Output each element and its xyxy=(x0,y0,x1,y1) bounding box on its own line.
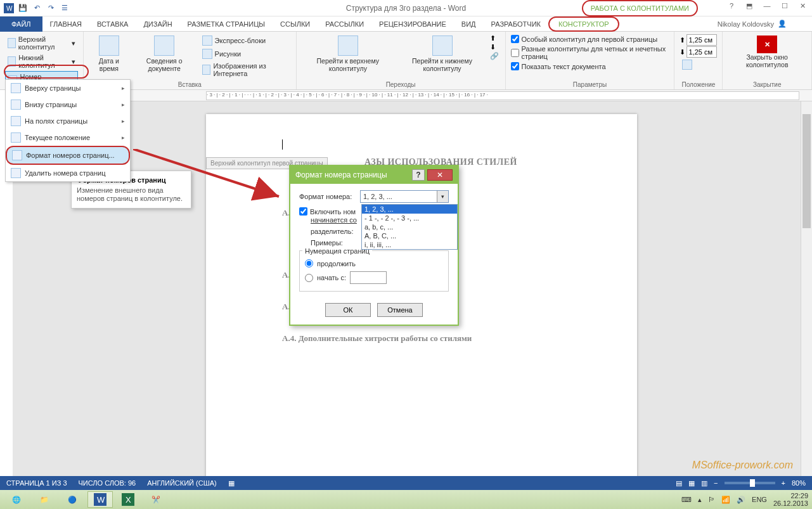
zoom-in-icon[interactable]: + xyxy=(782,479,785,487)
dd-bottom-of-page[interactable]: Внизу страницы▸ xyxy=(6,96,130,113)
context-tab-header-footer[interactable]: РАБОТА С КОЛОНТИТУЛАМИ xyxy=(582,0,698,16)
view-web-icon[interactable]: ▥ xyxy=(701,479,707,487)
dd-remove-page-numbers[interactable]: Удалить номера страниц xyxy=(6,165,130,181)
close-icon[interactable]: ✕ xyxy=(797,2,808,10)
group-position-label: Положение xyxy=(680,80,717,88)
tab-view[interactable]: ВИД xyxy=(454,16,484,32)
tray-volume-icon[interactable]: 🔊 xyxy=(737,496,745,504)
scrollbar-thumb[interactable] xyxy=(802,114,811,228)
status-lang[interactable]: АНГЛИЙСКИЙ (США) xyxy=(147,479,217,487)
taskbar-ie[interactable]: 🌐 xyxy=(4,491,29,508)
tray-flag-icon[interactable]: 🏳 xyxy=(708,496,715,503)
ok-button[interactable]: ОК xyxy=(325,303,371,317)
tab-insert[interactable]: ВСТАВКА xyxy=(89,16,136,32)
dialog-title: Формат номера страницы xyxy=(295,171,387,179)
zoom-slider[interactable] xyxy=(725,482,775,484)
goto-header-button[interactable]: Перейти к верхнему колонтитулу xyxy=(302,34,394,74)
tray-date[interactable]: 26.12.2013 xyxy=(773,499,808,507)
minimize-icon[interactable]: — xyxy=(761,2,773,10)
header-button[interactable]: Верхний колонтитул ▾ xyxy=(5,34,78,52)
status-page[interactable]: СТРАНИЦА 1 ИЗ 3 xyxy=(6,479,67,487)
next-section-icon[interactable]: ⬇ xyxy=(490,43,499,51)
start-at-radio[interactable]: начать с: xyxy=(305,269,443,286)
bottom-page-icon xyxy=(11,100,21,110)
header-from-top-spinner[interactable]: ⬆ xyxy=(680,34,717,46)
format-option-4[interactable]: i, ii, iii, ... xyxy=(362,240,457,249)
touch-icon[interactable]: ☰ xyxy=(60,3,70,13)
tab-layout[interactable]: РАЗМЕТКА СТРАНИЦЫ xyxy=(180,16,273,32)
format-option-1[interactable]: - 1 -, - 2 -, - 3 -, ... xyxy=(362,214,457,222)
dd-format-page-numbers[interactable]: Формат номеров страниц... xyxy=(6,146,130,165)
footer-button[interactable]: Нижний колонтитул ▾ xyxy=(5,53,78,70)
dd-page-margins[interactable]: На полях страницы▸ xyxy=(6,113,130,129)
view-read-icon[interactable]: ▤ xyxy=(676,479,682,487)
prev-section-icon[interactable]: ⬆ xyxy=(490,34,499,42)
cancel-button[interactable]: Отмена xyxy=(377,303,423,317)
status-words[interactable]: ЧИСЛО СЛОВ: 96 xyxy=(79,479,136,487)
taskbar-snip[interactable]: ✂️ xyxy=(143,491,169,508)
maximize-icon[interactable]: ☐ xyxy=(779,2,790,10)
dd-current-position[interactable]: Текущее положение▸ xyxy=(6,129,130,146)
tab-designer[interactable]: КОНСТРУКТОР xyxy=(548,16,619,32)
tab-design[interactable]: ДИЗАЙН xyxy=(136,16,179,32)
taskbar-chrome[interactable]: 🔵 xyxy=(60,491,85,508)
tray-keyboard-icon[interactable]: ⌨ xyxy=(681,496,692,504)
format-icon xyxy=(12,150,22,160)
ribbon-toggle-icon[interactable]: ⬒ xyxy=(744,2,755,10)
format-option-0[interactable]: 1, 2, 3, ... xyxy=(362,205,457,214)
show-doctext-checkbox[interactable]: Показать текст документа xyxy=(511,61,669,71)
tray-network-icon[interactable]: 📶 xyxy=(721,496,730,504)
help-icon[interactable]: ? xyxy=(726,2,737,10)
redo-icon[interactable]: ↷ xyxy=(46,3,56,13)
dd-top-of-page[interactable]: Вверху страницы▸ xyxy=(6,80,130,96)
quickparts-icon xyxy=(202,35,212,46)
close-x-icon: ✕ xyxy=(757,35,777,53)
dialog-help-button[interactable]: ? xyxy=(412,169,425,181)
save-icon[interactable]: 💾 xyxy=(18,3,28,13)
taskbar-explorer[interactable]: 📁 xyxy=(32,491,57,508)
footer-icon xyxy=(8,56,16,67)
status-macro-icon[interactable]: ▦ xyxy=(228,479,235,487)
start-at-input[interactable] xyxy=(350,271,387,284)
tab-references[interactable]: ССЫЛКИ xyxy=(273,16,318,32)
tab-review[interactable]: РЕЦЕНЗИРОВАНИЕ xyxy=(371,16,454,32)
continue-radio[interactable]: продолжить xyxy=(305,257,443,269)
footer-from-bottom-spinner[interactable]: ⬇ xyxy=(680,46,717,58)
tray-time[interactable]: 22:29 xyxy=(773,492,808,499)
dialog-close-button[interactable]: ✕ xyxy=(427,169,453,181)
view-print-icon[interactable]: ▦ xyxy=(688,479,695,487)
link-prev-icon[interactable]: 🔗 xyxy=(490,52,499,60)
number-format-combo[interactable]: 1, 2, 3, ... ▾ xyxy=(360,190,449,203)
docinfo-button[interactable]: Сведения о документе xyxy=(132,34,197,79)
quickparts-button[interactable]: Экспресс-блоки xyxy=(200,34,291,47)
align-tab-button[interactable] xyxy=(680,58,717,71)
tab-file[interactable]: ФАЙЛ xyxy=(0,16,42,32)
zoom-out-icon[interactable]: − xyxy=(714,479,718,487)
page-number-dropdown: Вверху страницы▸ Внизу страницы▸ На поля… xyxy=(5,79,131,182)
close-hf-button[interactable]: ✕ Закрыть окно колонтитулов xyxy=(728,34,806,70)
format-option-2[interactable]: a, b, c, ... xyxy=(362,222,457,231)
tray-lang[interactable]: ENG xyxy=(752,496,767,503)
datetime-button[interactable]: Дата и время xyxy=(89,34,129,79)
goto-footer-button[interactable]: Перейти к нижнему колонтитулу xyxy=(397,34,487,74)
vertical-scrollbar[interactable] xyxy=(801,101,812,477)
undo-icon[interactable]: ↶ xyxy=(32,3,42,13)
tray-up-icon[interactable]: ▴ xyxy=(698,496,702,504)
different-oddeven-checkbox[interactable]: Разные колонтитулы для четных и нечетных… xyxy=(511,44,669,61)
format-option-3[interactable]: A, B, C, ... xyxy=(362,231,457,240)
top-page-icon xyxy=(11,83,21,93)
zoom-level[interactable]: 80% xyxy=(792,479,806,487)
online-pictures-button[interactable]: Изображения из Интернета xyxy=(200,61,291,79)
watermark-text: MSoffice-prowork.com xyxy=(692,460,793,471)
horizontal-ruler[interactable]: · 3 · | · 2 · | · 1 · | · · · | · 1 · | … xyxy=(13,90,812,101)
taskbar-excel[interactable]: X xyxy=(115,491,141,508)
tab-home[interactable]: ГЛАВНАЯ xyxy=(42,16,89,32)
tab-mailings[interactable]: РАССЫЛКИ xyxy=(318,16,371,32)
group-close-label: Закрытие xyxy=(728,80,806,88)
pictures-button[interactable]: Рисунки xyxy=(200,48,291,60)
svg-text:X: X xyxy=(126,495,131,505)
different-first-checkbox[interactable]: Особый колонтитул для первой страницы xyxy=(511,34,669,44)
taskbar-word[interactable]: W xyxy=(87,491,113,508)
tab-developer[interactable]: РАЗРАБОТЧИК xyxy=(484,16,548,32)
user-account[interactable]: Nikolay Koldovsky 👤 xyxy=(718,20,812,28)
